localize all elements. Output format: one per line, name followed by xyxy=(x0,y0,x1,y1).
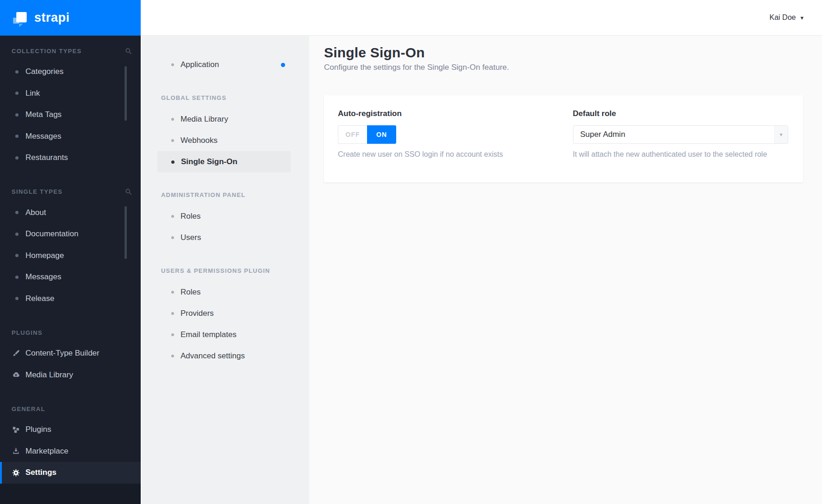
subnav-section: Application xyxy=(142,54,309,75)
sidebar-item-content-type-builder[interactable]: Content-Type Builder xyxy=(0,343,141,364)
sidebar-item-homepage[interactable]: Homepage xyxy=(0,245,141,267)
subnav-item-label: Roles xyxy=(181,288,200,297)
download-tray-icon xyxy=(12,447,20,455)
sidebar-item-label: Plugins xyxy=(25,425,51,434)
subnav-item-label: Media Library xyxy=(181,115,228,124)
sidebar-section-single-types: SINGLE TYPESAboutDocumentationHomepageMe… xyxy=(0,183,141,310)
bullet-icon xyxy=(15,211,19,214)
sidebar-item-label: Categories xyxy=(25,67,63,76)
bullet-icon xyxy=(15,276,19,279)
strapi-logo[interactable]: strapi xyxy=(0,0,141,36)
bullet-icon xyxy=(15,70,19,74)
subnav-item-single-sign-on[interactable]: Single Sign-On xyxy=(157,151,291,172)
sidebar-item-label: Messages xyxy=(25,132,61,141)
sidebar-section-title: COLLECTION TYPES xyxy=(0,42,141,60)
main-sidebar: strapi COLLECTION TYPESCategoriesLinkMet… xyxy=(0,0,141,504)
sidebar-item-label: Release xyxy=(25,294,54,303)
bullet-icon xyxy=(171,291,174,294)
sidebar-item-plugins[interactable]: Plugins xyxy=(0,419,141,441)
bullet-icon xyxy=(15,254,19,257)
auto-registration-description: Create new user on SSO login if no accou… xyxy=(338,150,554,159)
toggle-on-button[interactable]: ON xyxy=(367,125,396,144)
sidebar-item-marketplace[interactable]: Marketplace xyxy=(0,441,141,462)
auto-registration-label: Auto-registration xyxy=(338,109,554,118)
subnav-item-advanced-settings[interactable]: Advanced settings xyxy=(142,345,309,367)
default-role-label: Default role xyxy=(573,109,790,118)
sidebar-item-media-library[interactable]: Media Library xyxy=(0,364,141,386)
sidebar-item-label: Messages xyxy=(25,272,61,282)
sidebar-section-title: PLUGINS xyxy=(0,324,141,341)
auto-registration-toggle: OFF ON xyxy=(338,125,396,144)
notification-dot xyxy=(281,63,285,67)
subnav-item-label: Webhooks xyxy=(181,136,218,145)
default-role-description: It will attach the new authenticated use… xyxy=(573,150,790,159)
sidebar-item-label: Restaurants xyxy=(25,153,68,162)
bullet-icon xyxy=(15,297,19,300)
sidebar-item-about[interactable]: About xyxy=(0,202,141,224)
subnav-item-roles[interactable]: Roles xyxy=(142,206,309,227)
default-role-field: Default role Super Admin ▾ It will attac… xyxy=(573,109,790,168)
sidebar-item-restaurants[interactable]: Restaurants xyxy=(0,147,141,169)
section-title-text: SINGLE TYPES xyxy=(12,188,62,195)
subnav-item-media-library[interactable]: Media Library xyxy=(142,109,309,130)
bullet-icon xyxy=(171,118,174,121)
subnav-item-email-templates[interactable]: Email templates xyxy=(142,324,309,345)
bullet-icon xyxy=(171,355,174,357)
auto-registration-field: Auto-registration OFF ON Create new user… xyxy=(338,109,554,168)
subnav-item-users[interactable]: Users xyxy=(142,227,309,248)
bullet-icon xyxy=(171,63,174,66)
sidebar-item-documentation[interactable]: Documentation xyxy=(0,223,141,245)
subnav-item-application[interactable]: Application xyxy=(142,54,309,75)
subnav-item-roles[interactable]: Roles xyxy=(142,282,309,303)
sidebar-item-categories[interactable]: Categories xyxy=(0,61,141,83)
subnav-item-providers[interactable]: Providers xyxy=(142,303,309,324)
subnav-section-title: USERS & PERMISSIONS PLUGIN xyxy=(142,261,309,280)
chevron-down-icon: ▾ xyxy=(774,126,788,143)
cloud-upload-icon xyxy=(12,370,20,379)
sidebar-item-meta-tags[interactable]: Meta Tags xyxy=(0,104,141,126)
strapi-logo-icon xyxy=(11,9,29,27)
collection-types-scrollbar[interactable] xyxy=(125,66,127,121)
bullet-icon xyxy=(171,333,174,336)
sidebar-item-release[interactable]: Release xyxy=(0,288,141,310)
main-content: Single Sign-On Configure the settings fo… xyxy=(309,36,822,504)
sidebar-item-link[interactable]: Link xyxy=(0,83,141,104)
bullet-icon xyxy=(171,312,174,315)
bullet-icon xyxy=(15,233,19,236)
toggle-off-button[interactable]: OFF xyxy=(338,125,367,144)
sidebar-item-settings[interactable]: Settings xyxy=(0,462,141,484)
subnav-section-global-settings: GLOBAL SETTINGSMedia LibraryWebhooksSing… xyxy=(142,88,309,172)
user-menu[interactable]: Kai Doe ▾ xyxy=(770,13,803,22)
section-title-text: GENERAL xyxy=(12,406,45,412)
bullet-icon xyxy=(171,160,174,164)
sidebar-item-label: Marketplace xyxy=(25,447,68,456)
page-subtitle: Configure the settings for the Single Si… xyxy=(324,63,822,72)
sidebar-item-label: Homepage xyxy=(25,251,64,260)
default-role-select[interactable]: Super Admin ▾ xyxy=(573,125,788,144)
bullet-icon xyxy=(171,236,174,239)
default-role-value: Super Admin xyxy=(573,130,774,139)
sidebar-section-plugins: PLUGINSContent-Type BuilderMedia Library xyxy=(0,324,141,386)
subnav-section-title: ADMINISTRATION PANEL xyxy=(142,185,309,204)
top-header: Kai Doe ▾ xyxy=(141,0,822,36)
bullet-icon xyxy=(15,113,19,117)
subnav-item-label: Email templates xyxy=(181,330,237,339)
cubes-icon xyxy=(12,425,20,434)
sidebar-item-messages[interactable]: Messages xyxy=(0,266,141,288)
subnav-item-webhooks[interactable]: Webhooks xyxy=(142,130,309,151)
search-icon[interactable] xyxy=(125,47,132,55)
caret-down-icon: ▾ xyxy=(800,15,803,21)
sidebar-item-label: Content-Type Builder xyxy=(25,349,100,358)
search-icon[interactable] xyxy=(125,188,132,196)
sidebar-item-messages[interactable]: Messages xyxy=(0,126,141,148)
sidebar-section-general: GENERALPluginsMarketplaceSettings xyxy=(0,400,141,484)
subnav-item-label: Providers xyxy=(181,309,214,318)
brush-icon xyxy=(12,349,20,358)
sidebar-section-collection-types: COLLECTION TYPESCategoriesLinkMeta TagsM… xyxy=(0,42,141,169)
bullet-icon xyxy=(15,156,19,160)
single-types-scrollbar[interactable] xyxy=(125,206,127,259)
sidebar-footer xyxy=(0,484,141,504)
subnav-item-label: Roles xyxy=(181,212,200,221)
subnav-item-label: Single Sign-On xyxy=(181,157,237,166)
subnav-section-users-permissions-plugin: USERS & PERMISSIONS PLUGINRolesProviders… xyxy=(142,261,309,367)
